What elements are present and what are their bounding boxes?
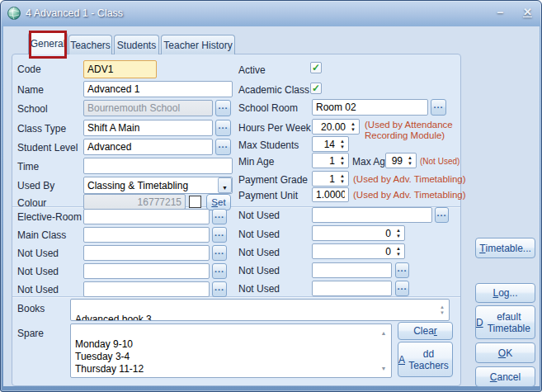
max-age-note: (Not Used) bbox=[420, 156, 460, 167]
hours-per-week-label: Hours Per Week bbox=[238, 122, 311, 134]
school-room-lookup-button[interactable]: ... bbox=[431, 99, 446, 116]
spin-down-icon[interactable]: ▼ bbox=[408, 161, 412, 166]
spin-up-icon[interactable]: ▲ bbox=[351, 121, 356, 126]
spin-up-icon[interactable]: ▲ bbox=[396, 246, 401, 251]
not-used-right-field[interactable] bbox=[312, 281, 392, 296]
spin-down-icon[interactable]: ▼ bbox=[440, 310, 445, 315]
elective-room-lookup-button[interactable]: ... bbox=[212, 209, 227, 224]
not-used-left-label: Not Used bbox=[17, 284, 59, 295]
used-by-combo[interactable] bbox=[83, 177, 233, 194]
code-field[interactable] bbox=[83, 60, 157, 78]
clear-button[interactable]: Clear bbox=[398, 322, 453, 340]
name-label: Name bbox=[17, 84, 44, 96]
academic-class-label: Academic Class bbox=[238, 84, 309, 96]
time-label: Time bbox=[17, 161, 39, 172]
spin-down-icon[interactable]: ▼ bbox=[351, 127, 356, 132]
colour-label: Colour bbox=[17, 197, 46, 209]
student-level-lookup-button[interactable]: ... bbox=[215, 139, 231, 155]
main-class-field[interactable] bbox=[83, 227, 210, 243]
not-used-left-label: Not Used bbox=[17, 248, 59, 259]
main-class-lookup-button[interactable]: ... bbox=[212, 227, 227, 243]
cancel-button[interactable]: Cancel bbox=[475, 366, 535, 387]
not-used-right-label: Not Used bbox=[238, 283, 280, 295]
class-type-field[interactable] bbox=[83, 120, 213, 136]
spare-field[interactable]: Monday 9-10 Tuesday 3-4 Thursday 11-12 ▲… bbox=[70, 324, 392, 378]
tab-students[interactable]: Students bbox=[114, 35, 159, 54]
school-lookup-button[interactable]: ... bbox=[215, 100, 231, 116]
min-age-spinner[interactable]: ▲▼ bbox=[312, 153, 349, 168]
default-timetable-button[interactable]: Default Timetable bbox=[475, 305, 535, 339]
colour-set-button[interactable]: Set bbox=[206, 194, 231, 210]
spin-down-icon[interactable]: ▼ bbox=[340, 179, 345, 184]
not-used-right-label: Not Used bbox=[238, 229, 280, 240]
payment-grade-spinner[interactable]: ▲▼ bbox=[312, 171, 349, 187]
ok-button[interactable]: OK bbox=[475, 342, 535, 363]
spin-up-icon[interactable]: ▲ bbox=[340, 173, 345, 178]
not-used-lookup-button[interactable]: ... bbox=[395, 281, 409, 296]
scroll-down-icon[interactable]: ▼ bbox=[381, 362, 387, 375]
max-students-spinner[interactable]: ▲▼ bbox=[312, 136, 349, 152]
class-type-lookup-button[interactable]: ... bbox=[215, 120, 231, 136]
not-used-lookup-button[interactable]: ... bbox=[212, 245, 227, 261]
app-globe-icon bbox=[7, 6, 21, 24]
not-used-right-field[interactable] bbox=[312, 262, 392, 278]
used-by-dropdown-icon[interactable]: ▼ bbox=[218, 177, 232, 193]
not-used-lookup-button[interactable]: ... bbox=[395, 262, 409, 278]
not-used-right-field[interactable] bbox=[312, 207, 432, 223]
spare-text: Monday 9-10 Tuesday 3-4 Thursday 11-12 bbox=[75, 338, 144, 375]
not-used-left-field[interactable] bbox=[83, 263, 210, 279]
main-class-label: Main Class bbox=[17, 229, 66, 241]
not-used-spin-field[interactable] bbox=[312, 225, 405, 241]
hours-per-week-spinner[interactable]: ▲▼ bbox=[312, 119, 360, 135]
minimize-icon[interactable]: − bbox=[497, 6, 503, 19]
not-used-lookup-button[interactable]: ... bbox=[435, 207, 449, 223]
name-field[interactable] bbox=[83, 81, 233, 97]
payment-grade-note: (Used by Adv. Timetabling) bbox=[353, 174, 466, 185]
max-students-label: Max Students bbox=[238, 139, 299, 151]
timetable-button[interactable]: Timetable... bbox=[475, 238, 535, 258]
not-used-lookup-button[interactable]: ... bbox=[212, 281, 227, 297]
hours-per-week-note: (Used by Attendance Recording Module) bbox=[365, 120, 462, 141]
spin-down-icon[interactable]: ▼ bbox=[396, 252, 401, 257]
spin-up-icon[interactable]: ▲ bbox=[408, 155, 412, 160]
not-used-spinner[interactable]: ▲▼ bbox=[312, 225, 405, 241]
colour-swatch bbox=[189, 196, 201, 208]
tab-general[interactable]: General bbox=[28, 32, 68, 54]
scroll-up-icon[interactable]: ▲ bbox=[381, 327, 387, 339]
elective-room-field[interactable] bbox=[83, 209, 210, 224]
add-teachers-button[interactable]: Add Teachers bbox=[398, 342, 453, 377]
code-label: Code bbox=[17, 64, 41, 75]
tab-teachers[interactable]: Teachers bbox=[68, 35, 112, 54]
payment-unit-field[interactable] bbox=[312, 187, 349, 202]
spin-up-icon[interactable]: ▲ bbox=[340, 139, 345, 144]
tab-teacher-history[interactable]: Teacher History bbox=[161, 35, 235, 54]
spin-down-icon[interactable]: ▼ bbox=[340, 144, 345, 149]
close-icon[interactable]: ✕ bbox=[523, 6, 532, 18]
section-separator-2 bbox=[12, 296, 460, 297]
not-used-spin-field[interactable] bbox=[312, 243, 405, 259]
not-used-left-field[interactable] bbox=[83, 281, 210, 297]
time-field[interactable] bbox=[83, 158, 233, 174]
spin-up-icon[interactable]: ▲ bbox=[340, 155, 345, 160]
spare-scrollbar[interactable]: ▲ ▼ bbox=[379, 327, 389, 375]
not-used-right-label: Not Used bbox=[238, 247, 280, 258]
spin-up-icon[interactable]: ▲ bbox=[440, 305, 445, 309]
not-used-lookup-button[interactable]: ... bbox=[212, 263, 227, 279]
spin-down-icon[interactable]: ▼ bbox=[396, 234, 401, 239]
school-room-label: School Room bbox=[238, 102, 298, 114]
school-room-field[interactable] bbox=[312, 99, 428, 116]
max-age-spinner[interactable]: ▲▼ bbox=[385, 153, 417, 168]
school-label: School bbox=[17, 103, 48, 115]
payment-unit-label: Payment Unit bbox=[238, 190, 298, 201]
not-used-spinner[interactable]: ▲▼ bbox=[312, 243, 405, 259]
colour-value-field bbox=[83, 194, 186, 210]
student-level-field[interactable] bbox=[83, 139, 213, 155]
not-used-left-field[interactable] bbox=[83, 245, 210, 261]
spin-up-icon[interactable]: ▲ bbox=[396, 228, 401, 233]
log-button[interactable]: Log... bbox=[475, 283, 535, 303]
academic-class-checkbox[interactable]: ✓ bbox=[310, 83, 322, 94]
spin-down-icon[interactable]: ▼ bbox=[340, 161, 345, 166]
books-field[interactable]: Advanced book 3 ▲▼ bbox=[70, 299, 450, 321]
used-by-label: Used By bbox=[17, 180, 54, 191]
active-checkbox[interactable]: ✓ bbox=[310, 62, 322, 73]
